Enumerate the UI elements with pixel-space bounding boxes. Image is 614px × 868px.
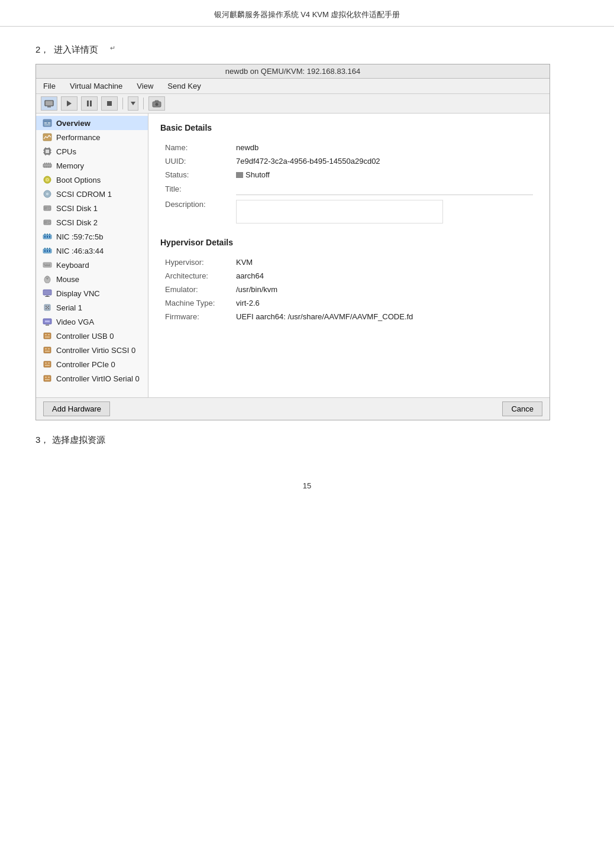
description-field[interactable]	[236, 200, 443, 224]
sidebar-item-nic1[interactable]: NIC :59:7c:5b	[36, 229, 148, 244]
scsi-disk2-icon	[42, 218, 53, 227]
sidebar-item-controller-virtio-serial0[interactable]: Controller VirtIO Serial 0	[36, 371, 148, 386]
sidebar-item-nic2[interactable]: NIC :46:a3:44	[36, 244, 148, 258]
svg-rect-57	[49, 236, 50, 238]
label-name: Name:	[160, 141, 231, 154]
value-machine-type: virt-2.6	[231, 296, 538, 310]
svg-rect-94	[45, 351, 50, 352]
svg-rect-13	[48, 122, 50, 124]
add-hardware-button[interactable]: Add Hardware	[43, 401, 110, 416]
svg-rect-4	[90, 101, 92, 106]
svg-point-74	[47, 278, 48, 280]
svg-marker-2	[67, 101, 72, 106]
label-firmware: Firmware:	[160, 310, 231, 323]
sidebar-item-overview[interactable]: Overview	[36, 116, 148, 130]
svg-rect-93	[48, 348, 50, 349]
menu-file[interactable]: File	[41, 80, 58, 92]
svg-rect-0	[45, 101, 53, 106]
mouse-icon	[42, 274, 53, 284]
svg-point-43	[49, 208, 50, 209]
svg-rect-1	[47, 106, 51, 108]
svg-point-79	[46, 306, 47, 307]
sidebar-item-boot-options[interactable]: Boot Options	[36, 173, 148, 187]
svg-rect-5	[107, 101, 112, 106]
vm-sidebar: Overview Performance	[36, 114, 148, 397]
sidebar-item-serial1[interactable]: Serial 1	[36, 300, 148, 315]
sidebar-item-mouse[interactable]: Mouse	[36, 272, 148, 286]
svg-rect-29	[48, 163, 49, 164]
svg-rect-56	[47, 236, 48, 238]
toolbar-monitor-btn[interactable]	[41, 96, 57, 111]
svg-rect-92	[45, 348, 47, 349]
value-title	[231, 182, 538, 197]
svg-rect-63	[47, 250, 48, 252]
sidebar-label-nic1: NIC :59:7c:5b	[56, 232, 104, 241]
svg-rect-34	[50, 166, 51, 168]
sidebar-item-performance[interactable]: Performance	[36, 130, 148, 144]
svg-rect-99	[44, 375, 51, 381]
svg-rect-87	[44, 333, 51, 339]
menu-send-key[interactable]: Send Key	[165, 80, 203, 92]
section2-title: 2， 进入详情页 ↵	[35, 44, 579, 56]
field-architecture: Architecture: aarch64	[160, 269, 538, 283]
svg-rect-60	[47, 248, 48, 250]
svg-rect-30	[50, 163, 51, 164]
status-dot	[236, 172, 243, 178]
sidebar-label-nic2: NIC :46:a3:44	[56, 247, 104, 255]
sidebar-item-controller-pcie0[interactable]: Controller PCIe 0	[36, 357, 148, 371]
vm-window: newdb on QEMU/KVM: 192.168.83.164 File V…	[35, 64, 550, 420]
svg-point-37	[47, 179, 48, 180]
menu-view[interactable]: View	[134, 80, 156, 92]
value-firmware: UEFI aarch64: /usr/share/AAVMF/AAVMF_COD…	[231, 310, 538, 323]
sidebar-item-cpus[interactable]: CPUs	[36, 144, 148, 158]
sidebar-item-memory[interactable]: Memory	[36, 158, 148, 173]
svg-rect-86	[45, 320, 50, 322]
vm-main-panel: Basic Details Name: newdb UUID: 7e9df472…	[148, 114, 550, 397]
svg-rect-54	[49, 234, 50, 235]
svg-rect-31	[44, 166, 46, 168]
toolbar-dropdown-btn[interactable]	[128, 96, 138, 111]
sidebar-label-display-vnc: Display VNC	[56, 289, 100, 298]
menu-virtual-machine[interactable]: Virtual Machine	[67, 80, 125, 92]
svg-rect-3	[87, 101, 89, 106]
svg-rect-28	[46, 163, 47, 164]
svg-point-83	[47, 307, 48, 308]
value-description	[231, 197, 538, 226]
sidebar-item-scsi-cdrom1[interactable]: SCSI CDROM 1	[36, 187, 148, 201]
sidebar-item-scsi-disk2[interactable]: SCSI Disk 2	[36, 215, 148, 229]
toolbar-pause-btn[interactable]	[81, 96, 98, 111]
svg-rect-61	[49, 248, 50, 250]
svg-rect-62	[44, 250, 46, 252]
label-machine-type: Machine Type:	[160, 296, 231, 310]
toolbar-stop-btn[interactable]	[101, 96, 118, 111]
sidebar-item-display-vnc[interactable]: Display VNC	[36, 286, 148, 300]
svg-rect-100	[45, 377, 47, 378]
svg-rect-14	[44, 125, 50, 126]
sidebar-item-video-vga[interactable]: Video VGA	[36, 315, 148, 329]
page-number: 15	[0, 469, 614, 490]
sidebar-item-scsi-disk1[interactable]: SCSI Disk 1	[36, 201, 148, 215]
svg-rect-45	[44, 209, 47, 209]
basic-details-heading: Basic Details	[160, 123, 538, 135]
sidebar-item-controller-usb0[interactable]: Controller USB 0	[36, 329, 148, 343]
svg-rect-102	[45, 379, 50, 380]
vm-toolbar	[36, 94, 550, 114]
nic1-icon	[42, 232, 53, 241]
svg-rect-66	[44, 264, 45, 265]
sidebar-item-controller-virtio-scsi0[interactable]: Controller Virtio SCSI 0	[36, 343, 148, 357]
content-area: 2， 进入详情页 ↵ newdb on QEMU/KVM: 192.168.83…	[0, 27, 614, 469]
page-header: 银河麒麟服务器操作系统 V4 KVM 虚拟化软件适配手册	[0, 0, 614, 27]
sidebar-item-keyboard[interactable]: Keyboard	[36, 258, 148, 272]
performance-icon	[42, 132, 53, 142]
toolbar-play-btn[interactable]	[61, 96, 77, 111]
svg-rect-98	[45, 365, 50, 366]
sidebar-label-cpus: CPUs	[56, 147, 76, 156]
scsi-disk1-icon	[42, 203, 53, 213]
scsi-cdrom1-icon	[42, 189, 53, 199]
video-vga-icon	[42, 317, 53, 326]
controller-virtio-scsi0-icon	[42, 345, 53, 355]
svg-rect-101	[48, 377, 50, 378]
toolbar-camera-btn[interactable]	[148, 96, 165, 111]
cancel-button[interactable]: Cance	[502, 401, 542, 416]
svg-point-81	[46, 308, 47, 309]
